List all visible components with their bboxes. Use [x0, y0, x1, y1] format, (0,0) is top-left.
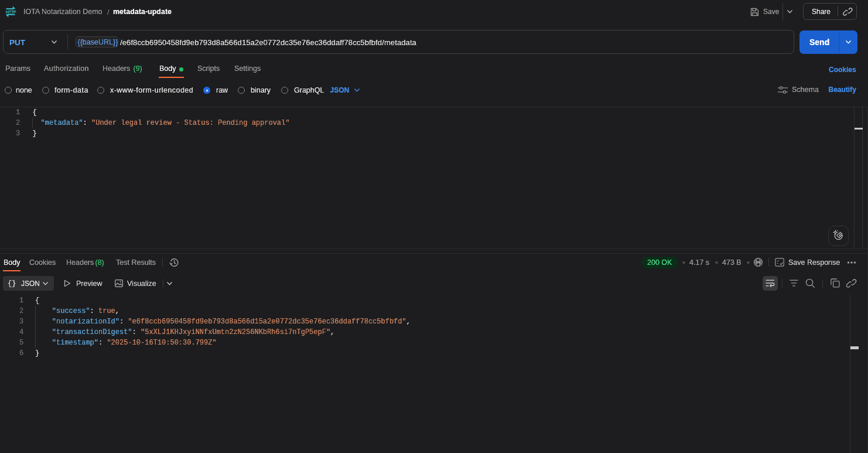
- svg-text:HTTP: HTTP: [6, 9, 16, 15]
